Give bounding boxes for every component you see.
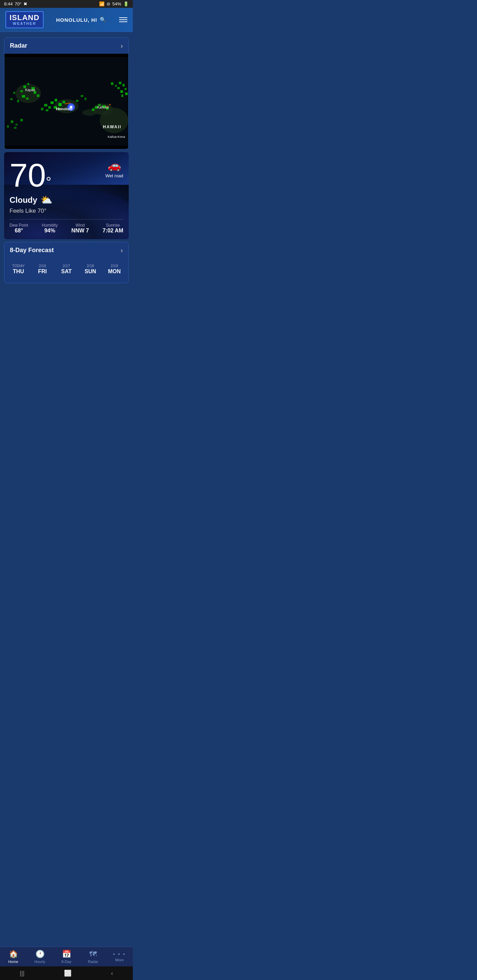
status-right: 📶 ⊘ 54% 🔋 — [99, 2, 129, 6]
day-date-0: TODAY — [8, 264, 28, 268]
svg-rect-20 — [63, 101, 65, 103]
svg-rect-12 — [26, 98, 28, 100]
forecast-day-thu[interactable]: TODAY THU — [7, 261, 30, 277]
temperature-value: 70 — [10, 157, 46, 193]
forecast-day-sat[interactable]: 2/17 SAT — [55, 261, 78, 277]
forecast-day-fri[interactable]: 2/16 FRI — [31, 261, 53, 277]
svg-rect-40 — [121, 90, 123, 92]
sunrise-value: 7:02 AM — [102, 228, 123, 234]
svg-rect-16 — [10, 98, 13, 100]
weather-content: 70° 🚗 Wet road Cloudy ⛅ Feels Like 70° D… — [4, 152, 129, 239]
feels-like-display: Feels Like 70° — [10, 208, 123, 215]
svg-point-5 — [83, 109, 97, 116]
svg-point-1 — [16, 84, 41, 103]
radar-map[interactable]: Kapaa Honolulu Kahului HAWAII Kailua-Kon… — [5, 54, 128, 149]
signal-icon: ⊘ — [107, 2, 110, 6]
svg-rect-25 — [41, 108, 43, 110]
forecast-day-mon[interactable]: 2/19 MON — [103, 261, 126, 277]
humidity-label: Humidity — [42, 223, 58, 228]
svg-rect-35 — [111, 82, 113, 85]
wind-value: NNW 7 — [72, 228, 89, 234]
weather-stats: Dew Point 68° Humidity 94% Wind NNW 7 Su… — [10, 219, 123, 234]
day-name-2: SAT — [56, 269, 76, 275]
forecast-title: 8-Day Forecast — [10, 247, 54, 254]
humidity-value: 94% — [42, 228, 58, 234]
day-date-1: 2/16 — [32, 264, 52, 268]
status-bar: 8:44 70° ✖ 📶 ⊘ 54% 🔋 — [0, 0, 133, 8]
battery-percent: 54% — [112, 2, 121, 6]
day-name-1: FRI — [32, 269, 52, 275]
svg-rect-37 — [119, 82, 121, 84]
forecast-chevron[interactable]: › — [121, 247, 123, 254]
svg-rect-45 — [16, 124, 18, 126]
radar-header[interactable]: Radar › — [5, 38, 128, 54]
day-date-4: 2/19 — [105, 264, 124, 268]
radar-chevron[interactable]: › — [121, 42, 123, 50]
svg-rect-13 — [17, 100, 19, 102]
svg-rect-36 — [115, 85, 117, 87]
stat-humidity: Humidity 94% — [42, 223, 58, 234]
wet-road-label: Wet road — [105, 173, 123, 178]
feels-like-label: Feels Like — [10, 208, 36, 214]
condition-text: Cloudy — [10, 195, 37, 205]
temperature-display: 70° — [10, 159, 51, 192]
svg-rect-24 — [44, 104, 47, 106]
svg-text:Kapaa: Kapaa — [25, 88, 35, 92]
forecast-header[interactable]: 8-Day Forecast › — [5, 242, 128, 258]
svg-rect-41 — [124, 88, 127, 90]
svg-rect-52 — [109, 104, 111, 105]
svg-text:Honolulu: Honolulu — [56, 107, 72, 111]
svg-text:HAWAII: HAWAII — [103, 124, 121, 129]
svg-rect-19 — [59, 103, 62, 106]
radar-title: Radar — [10, 42, 27, 49]
dewpoint-value: 68° — [10, 228, 28, 234]
temp-status: 70° — [14, 2, 21, 6]
svg-text:Kailua-Kona: Kailua-Kona — [108, 135, 125, 138]
svg-rect-34 — [92, 108, 94, 111]
app-logo[interactable]: ISLAND WEATHER — [5, 11, 43, 28]
svg-rect-17 — [50, 102, 53, 104]
wet-road-alert: 🚗 Wet road — [105, 159, 123, 178]
day-date-3: 2/18 — [80, 264, 100, 268]
logo-line2: WEATHER — [13, 21, 37, 25]
notification-icon: ✖ — [24, 2, 27, 6]
dewpoint-label: Dew Point — [10, 223, 28, 228]
weather-card: 70° 🚗 Wet road Cloudy ⛅ Feels Like 70° D… — [4, 152, 129, 239]
stat-sunrise: Sunrise 7:02 AM — [102, 223, 123, 234]
forecast-days: TODAY THU 2/16 FRI 2/17 SAT 2/18 SUN 2/1… — [5, 258, 128, 283]
logo-line1: ISLAND — [10, 14, 40, 21]
svg-rect-23 — [48, 106, 51, 108]
svg-rect-38 — [123, 84, 124, 86]
cloud-icon: ⛅ — [40, 194, 53, 205]
forecast-section: 8-Day Forecast › TODAY THU 2/16 FRI 2/17… — [4, 242, 129, 283]
day-name-0: THU — [8, 269, 28, 275]
svg-rect-11 — [22, 95, 25, 97]
svg-rect-9 — [21, 90, 23, 92]
day-date-2: 2/17 — [56, 264, 76, 268]
status-left: 8:44 70° ✖ — [4, 2, 27, 6]
battery-icon: 🔋 — [123, 2, 129, 6]
svg-rect-49 — [81, 95, 83, 97]
radar-section: Radar › — [4, 37, 129, 150]
wind-label: Wind — [72, 223, 89, 228]
svg-rect-47 — [14, 127, 16, 129]
svg-rect-46 — [21, 119, 23, 121]
forecast-day-sun[interactable]: 2/18 SUN — [79, 261, 102, 277]
feels-like-value: 70° — [37, 208, 46, 214]
svg-rect-15 — [13, 92, 15, 94]
svg-rect-44 — [11, 121, 13, 123]
svg-rect-6 — [24, 86, 26, 88]
map-svg: Kapaa Honolulu Kahului HAWAII Kailua-Kon… — [5, 54, 128, 149]
svg-rect-48 — [7, 125, 9, 127]
search-icon[interactable]: 🔍 — [100, 17, 107, 23]
svg-rect-43 — [121, 94, 123, 97]
svg-rect-18 — [54, 99, 57, 102]
hamburger-menu[interactable] — [119, 18, 127, 22]
stat-wind: Wind NNW 7 — [72, 223, 89, 234]
location-text: HONOLULU, HI — [56, 17, 97, 23]
location-display[interactable]: HONOLULU, HI 🔍 — [56, 17, 107, 23]
svg-rect-51 — [76, 100, 78, 102]
sunrise-label: Sunrise — [102, 223, 123, 228]
day-name-4: MON — [105, 269, 124, 275]
app-header: ISLAND WEATHER HONOLULU, HI 🔍 — [0, 8, 133, 32]
